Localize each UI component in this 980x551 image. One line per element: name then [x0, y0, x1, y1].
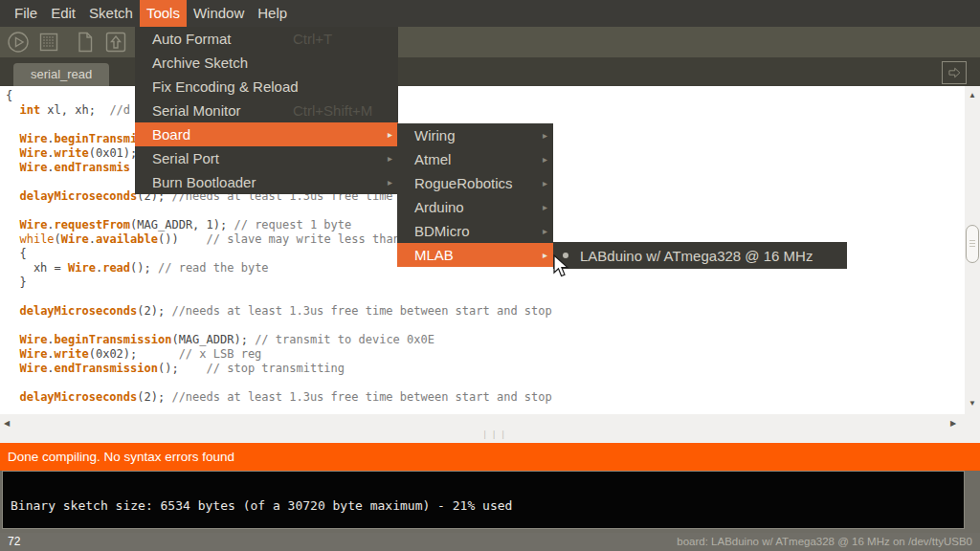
- submenu-arrow-icon: ▸: [388, 153, 392, 164]
- open-icon: [103, 30, 128, 55]
- tools-menu-item-serial-monitor[interactable]: Serial MonitorCtrl+Shift+M: [135, 99, 398, 122]
- menu-item-label: Arduino: [414, 199, 464, 215]
- code-line: [6, 290, 965, 304]
- menu-item-label: Burn Bootloader: [152, 174, 256, 190]
- selected-bullet-icon: [563, 253, 568, 258]
- editor-horizontal-scrollbar[interactable]: ◀ ▶ ❘❘❘: [0, 414, 980, 443]
- scroll-left-arrow-icon[interactable]: ◀: [4, 418, 10, 430]
- status-message: Done compiling. No syntax errors found: [8, 450, 234, 464]
- board-submenu: Wiring▸Atmel▸RogueRobotics▸Arduino▸BDMic…: [397, 123, 553, 267]
- menu-item-label: MLAB: [414, 247, 454, 263]
- vertical-scrollbar-thumb[interactable]: [966, 225, 979, 263]
- menu-item-label: LABduino w/ ATmega328 @ 16 MHz: [580, 248, 813, 264]
- menu-item-shortcut: Ctrl+T: [293, 31, 332, 47]
- tools-menu-item-burn-bootloader[interactable]: Burn Bootloader▸: [135, 170, 398, 194]
- menubar-item-edit[interactable]: Edit: [44, 0, 82, 27]
- submenu-arrow-icon: ▸: [543, 178, 547, 188]
- status-bar: Done compiling. No syntax errors found: [0, 443, 980, 471]
- menu-item-label: Serial Port: [152, 150, 219, 166]
- mlab-submenu: LABduino w/ ATmega328 @ 16 MHz: [553, 242, 847, 269]
- console-line: Binary sketch size: 6534 bytes (of a 307…: [11, 498, 512, 513]
- board-menu-item-arduino[interactable]: Arduino▸: [397, 195, 553, 219]
- board-info: board: LABduino w/ ATmega328 @ 16 MHz on…: [677, 536, 972, 547]
- menubar-item-tools[interactable]: Tools: [140, 0, 187, 27]
- menu-item-label: Atmel: [414, 151, 451, 167]
- tools-menu: Auto FormatCtrl+TArchive SketchFix Encod…: [135, 27, 398, 194]
- menu-item-label: Board: [152, 126, 190, 143]
- menubar: FileEditSketchToolsWindowHelp: [0, 0, 980, 27]
- code-line: [6, 376, 965, 390]
- splitter-grip-icon[interactable]: ❘❘❘: [481, 430, 509, 439]
- menu-item-label: RogueRobotics: [414, 175, 513, 191]
- tools-menu-item-board[interactable]: Board▸: [135, 122, 398, 146]
- code-line: [6, 319, 965, 333]
- scroll-right-arrow-icon[interactable]: ▶: [950, 418, 956, 430]
- menu-item-label: Auto Format: [152, 31, 232, 47]
- toolbar-new-button[interactable]: [73, 30, 98, 55]
- line-number-indicator: 72: [8, 535, 20, 548]
- submenu-arrow-icon: ▸: [388, 177, 392, 187]
- tab-menu-button[interactable]: [942, 61, 967, 84]
- toolbar-open-button[interactable]: [103, 30, 128, 55]
- code-line: Wire.write(0x02); // x LSB reg: [6, 347, 965, 362]
- menu-item-label: Fix Encoding & Reload: [152, 78, 299, 95]
- code-line: Wire.beginTransmission(MAG_ADDR); // tra…: [6, 333, 965, 347]
- code-line: Wire.endTransmission(); // stop transmit…: [6, 362, 965, 376]
- scroll-up-arrow-icon[interactable]: ▲: [965, 91, 980, 100]
- code-line: delayMicroseconds(2); //needs at least 1…: [6, 304, 965, 319]
- tools-menu-item-auto-format[interactable]: Auto FormatCtrl+T: [135, 27, 398, 51]
- arrow-right-icon: [946, 65, 963, 80]
- arduino-ide-window: { "colors": { "menu_highlight": "#e8682f…: [0, 0, 980, 551]
- board-menu-item-atmel[interactable]: Atmel▸: [397, 147, 553, 171]
- submenu-arrow-icon: ▸: [543, 226, 547, 236]
- console-area: Binary sketch size: 6534 bytes (of a 307…: [0, 471, 980, 533]
- board-menu-item-bdmicro[interactable]: BDMicro▸: [397, 219, 553, 243]
- editor-vertical-scrollbar[interactable]: ▲ ▼: [965, 86, 980, 414]
- menu-item-label: BDMicro: [414, 223, 470, 239]
- submenu-arrow-icon: ▸: [543, 130, 547, 141]
- verify-icon: [6, 30, 31, 55]
- toolbar-verify-button[interactable]: [6, 30, 31, 55]
- tab-serial-read[interactable]: serial_read: [13, 63, 109, 86]
- console-output[interactable]: Binary sketch size: 6534 bytes (of a 307…: [2, 471, 965, 529]
- tools-menu-item-fix-encoding-reload[interactable]: Fix Encoding & Reload: [135, 75, 398, 99]
- board-menu-item-wiring[interactable]: Wiring▸: [397, 123, 553, 147]
- submenu-arrow-icon: ▸: [543, 154, 547, 165]
- board-menu-item-mlab[interactable]: MLAB▸: [397, 243, 553, 267]
- code-line: delayMicroseconds(2); //needs at least 1…: [6, 390, 965, 405]
- menu-item-shortcut: Ctrl+Shift+M: [293, 102, 372, 119]
- scroll-down-arrow-icon[interactable]: ▼: [965, 399, 980, 408]
- menubar-item-file[interactable]: File: [8, 0, 44, 27]
- menubar-item-help[interactable]: Help: [251, 0, 294, 27]
- board-menu-item-roguerobotics[interactable]: RogueRobotics▸: [397, 171, 553, 195]
- tools-menu-item-serial-port[interactable]: Serial Port▸: [135, 146, 398, 170]
- stop-icon: [36, 30, 61, 55]
- menu-item-label: Wiring: [414, 127, 456, 143]
- code-line: }: [6, 276, 965, 290]
- submenu-arrow-icon: ▸: [388, 129, 392, 140]
- footer-status-strip: 72 board: LABduino w/ ATmega328 @ 16 MHz…: [0, 533, 980, 551]
- submenu-arrow-icon: ▸: [543, 250, 547, 260]
- menu-item-label: Archive Sketch: [152, 55, 248, 71]
- mlab-menu-item-labduino-w-atmega328-16-mhz[interactable]: LABduino w/ ATmega328 @ 16 MHz: [553, 242, 847, 269]
- toolbar-stop-button[interactable]: [36, 30, 61, 55]
- tools-menu-item-archive-sketch[interactable]: Archive Sketch: [135, 51, 398, 75]
- menubar-item-window[interactable]: Window: [187, 0, 251, 27]
- submenu-arrow-icon: ▸: [543, 202, 547, 212]
- menu-item-label: Serial Monitor: [152, 102, 241, 119]
- new-icon: [73, 30, 98, 55]
- menubar-item-sketch[interactable]: Sketch: [82, 0, 140, 27]
